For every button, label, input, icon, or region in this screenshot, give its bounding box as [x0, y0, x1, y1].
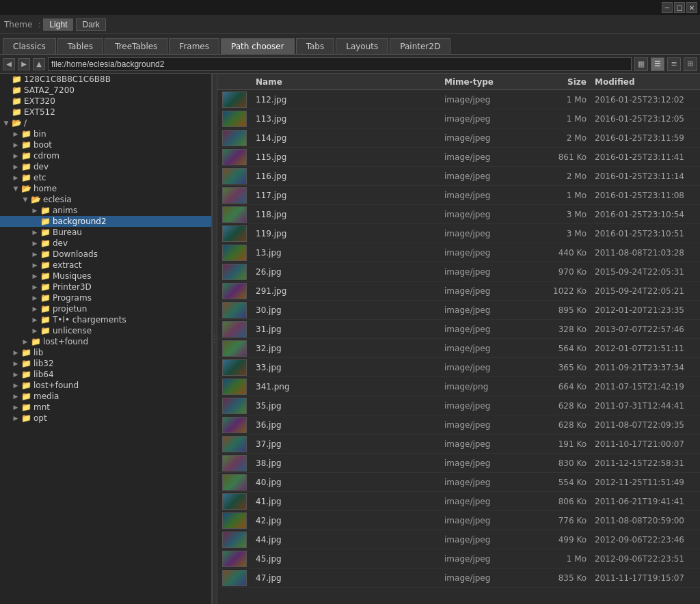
- file-row[interactable]: 47.jpgimage/jpeg835 Ko2011-11-17T19:15:0…: [217, 568, 700, 588]
- tree-arrow-home[interactable]: ▼: [11, 184, 21, 193]
- file-row[interactable]: 30.jpgimage/jpeg895 Ko2012-01-20T21:23:3…: [217, 301, 700, 320]
- address-input[interactable]: [48, 57, 632, 71]
- tree-item-eclesia[interactable]: ▼📂eclesia: [0, 194, 211, 205]
- file-row[interactable]: 31.jpgimage/jpeg328 Ko2013-07-07T22:57:4…: [217, 320, 700, 339]
- file-row[interactable]: 36.jpgimage/jpeg628 Ko2011-08-07T22:09:3…: [217, 415, 700, 435]
- header-name[interactable]: Name: [252, 75, 440, 89]
- tab-tables[interactable]: Tables: [57, 38, 103, 54]
- file-row[interactable]: 119.jpgimage/jpeg3 Mo2016-01-25T23:10:51: [217, 224, 700, 243]
- tree-arrow-lib[interactable]: ▶: [11, 348, 21, 357]
- tree-arrow-dev[interactable]: ▶: [11, 162, 21, 171]
- view-detail-button[interactable]: ≡: [667, 57, 681, 71]
- tab-tabs[interactable]: Tabs: [296, 38, 335, 54]
- tab-frames[interactable]: Frames: [169, 38, 219, 54]
- tree-arrow-cdrom[interactable]: ▶: [11, 151, 21, 161]
- file-row[interactable]: 35.jpgimage/jpeg628 Ko2011-07-31T12:44:4…: [217, 396, 700, 415]
- splitter[interactable]: [212, 74, 217, 604]
- tree-arrow-extract[interactable]: ▶: [30, 260, 40, 270]
- tab-layouts[interactable]: Layouts: [336, 38, 388, 54]
- tree-item-tchargements[interactable]: ▶📁T•I• chargements: [0, 314, 211, 325]
- up-button[interactable]: ▲: [33, 58, 45, 70]
- tab-painter2d[interactable]: Painter2D: [390, 38, 450, 54]
- tree-arrow-eclesia[interactable]: ▼: [21, 195, 30, 204]
- tree-item-lib32[interactable]: ▶📁lib32: [0, 358, 211, 369]
- file-row[interactable]: 113.jpgimage/jpeg1 Mo2016-01-25T23:12:05: [217, 109, 700, 128]
- file-row[interactable]: 13.jpgimage/jpeg440 Ko2011-08-08T21:03:2…: [217, 243, 700, 262]
- tree-item-downloads[interactable]: ▶📁Downloads: [0, 249, 211, 260]
- file-row[interactable]: 115.jpgimage/jpeg861 Ko2016-01-25T23:11:…: [217, 148, 700, 167]
- tree-item-sata[interactable]: 📁SATA2_7200: [0, 85, 211, 96]
- tree-arrow-downloads[interactable]: ▶: [30, 249, 40, 259]
- tab-pathchooser[interactable]: Path chooser: [221, 38, 295, 54]
- close-button[interactable]: ✕: [686, 2, 697, 13]
- minimize-button[interactable]: −: [662, 2, 673, 13]
- tree-arrow-bureau[interactable]: ▶: [30, 228, 40, 237]
- tree-arrow-lib64[interactable]: ▶: [11, 370, 21, 379]
- tree-item-extract[interactable]: ▶📁extract: [0, 260, 211, 271]
- tree-item-printer3d[interactable]: ▶📁Printer3D: [0, 282, 211, 292]
- view-list-button[interactable]: ☰: [651, 57, 664, 71]
- tree-arrow-projetun[interactable]: ▶: [30, 304, 40, 314]
- tree-item-media[interactable]: ▶📁media: [0, 391, 211, 402]
- view-grid-button[interactable]: ▦: [634, 57, 648, 71]
- light-theme-button[interactable]: Light: [43, 18, 73, 31]
- tree-item-unlicense[interactable]: ▶📁unlicense: [0, 325, 211, 336]
- tree-item-boot[interactable]: ▶📁boot: [0, 139, 211, 150]
- tree-item-lostfound2[interactable]: ▶📁lost+found: [0, 336, 211, 347]
- file-row[interactable]: 33.jpgimage/jpeg365 Ko2011-09-21T23:37:3…: [217, 358, 700, 377]
- tree-item-lib[interactable]: ▶📁lib: [0, 347, 211, 358]
- tab-classics[interactable]: Classics: [3, 38, 56, 54]
- view-small-button[interactable]: ⊞: [684, 57, 697, 71]
- file-row[interactable]: 38.jpgimage/jpeg830 Ko2011-12-15T22:58:3…: [217, 454, 700, 473]
- file-row[interactable]: 116.jpgimage/jpeg2 Mo2016-01-25T23:11:14: [217, 167, 700, 186]
- header-size[interactable]: Size: [529, 75, 591, 89]
- tree-item-musiques[interactable]: ▶📁Musiques: [0, 271, 211, 282]
- file-row[interactable]: 118.jpgimage/jpeg3 Mo2016-01-25T23:10:54: [217, 205, 700, 224]
- tab-treetables[interactable]: TreeTables: [105, 38, 167, 54]
- tree-item-lostfound[interactable]: ▶📁lost+found: [0, 380, 211, 391]
- tree-arrow-lostfound2[interactable]: ▶: [21, 337, 30, 346]
- file-row[interactable]: 42.jpgimage/jpeg776 Ko2011-08-08T20:59:0…: [217, 511, 700, 530]
- tree-arrow-tchargements[interactable]: ▶: [30, 315, 40, 325]
- tree-arrow-bin[interactable]: ▶: [11, 129, 21, 139]
- back-button[interactable]: ◀: [3, 58, 15, 70]
- file-row[interactable]: 26.jpgimage/jpeg970 Ko2015-09-24T22:05:3…: [217, 262, 700, 282]
- tree-arrow-etc[interactable]: ▶: [11, 173, 21, 182]
- tree-item-anims[interactable]: ▶📁anims: [0, 205, 211, 216]
- tree-arrow-mnt[interactable]: ▶: [11, 402, 21, 412]
- file-row[interactable]: 45.jpgimage/jpeg1 Mo2012-09-06T22:23:51: [217, 549, 700, 568]
- tree-item-etc[interactable]: ▶📁etc: [0, 172, 211, 183]
- header-mime[interactable]: Mime-type: [440, 75, 529, 89]
- tree-arrow-anims[interactable]: ▶: [30, 206, 40, 215]
- tree-arrow-root[interactable]: ▼: [1, 118, 11, 128]
- tree-arrow-musiques[interactable]: ▶: [30, 271, 40, 281]
- tree-arrow-lostfound[interactable]: ▶: [11, 381, 21, 390]
- tree-item-background2[interactable]: 📁background2: [0, 216, 211, 227]
- file-row[interactable]: 117.jpgimage/jpeg1 Mo2016-01-25T23:11:08: [217, 186, 700, 205]
- tree-arrow-unlicense[interactable]: ▶: [30, 326, 40, 335]
- file-row[interactable]: 41.jpgimage/jpeg806 Ko2011-06-21T19:41:4…: [217, 492, 700, 511]
- tree-arrow-programs[interactable]: ▶: [30, 293, 40, 303]
- maximize-button[interactable]: □: [674, 2, 685, 13]
- tree-arrow-media[interactable]: ▶: [11, 392, 21, 401]
- tree-item-home[interactable]: ▼📂home: [0, 183, 211, 194]
- tree-item-mnt[interactable]: ▶📁mnt: [0, 402, 211, 413]
- tree-item-bureau[interactable]: ▶📁Bureau: [0, 227, 211, 238]
- tree-arrow-dev2[interactable]: ▶: [30, 238, 40, 248]
- tree-arrow-boot[interactable]: ▶: [11, 140, 21, 150]
- dark-theme-button[interactable]: Dark: [76, 18, 105, 31]
- file-row[interactable]: 37.jpgimage/jpeg191 Ko2011-10-17T21:00:0…: [217, 435, 700, 454]
- file-row[interactable]: 40.jpgimage/jpeg554 Ko2012-11-25T11:51:4…: [217, 473, 700, 492]
- file-row[interactable]: 291.jpgimage/jpeg1022 Ko2015-09-24T22:05…: [217, 282, 700, 301]
- tree-item-lib64[interactable]: ▶📁lib64: [0, 369, 211, 380]
- tree-item-projetun[interactable]: ▶📁projetun: [0, 303, 211, 314]
- forward-button[interactable]: ▶: [18, 58, 30, 70]
- tree-item-dev2[interactable]: ▶📁dev: [0, 238, 211, 249]
- tree-arrow-printer3d[interactable]: ▶: [30, 282, 40, 292]
- tree-item-cdrom[interactable]: ▶📁cdrom: [0, 150, 211, 161]
- tree-item-ext320[interactable]: 📁EXT320: [0, 96, 211, 107]
- tree-item-opt[interactable]: ▶📁opt: [0, 413, 211, 424]
- tree-item-bin[interactable]: ▶📁bin: [0, 128, 211, 139]
- header-modified[interactable]: Modified: [591, 75, 700, 89]
- file-row[interactable]: 114.jpgimage/jpeg2 Mo2016-01-25T23:11:59: [217, 128, 700, 148]
